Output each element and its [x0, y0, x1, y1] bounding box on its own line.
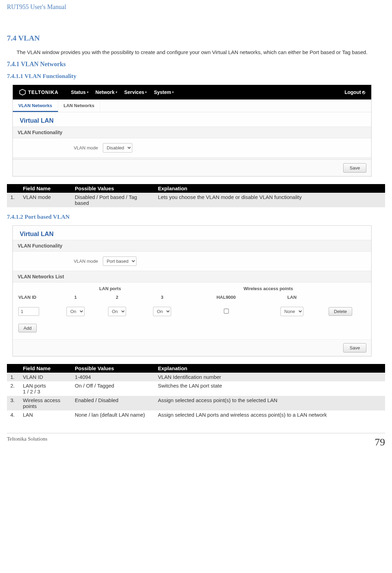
page-footer: Teltonika Solutions 79: [7, 433, 385, 448]
add-row: Add: [17, 320, 367, 339]
select-vlan-mode[interactable]: Port based: [103, 257, 136, 266]
cell-port-1: On: [60, 307, 91, 316]
menu-system-label: System: [154, 89, 171, 95]
heading-7-4: 7.4 VLAN: [7, 34, 385, 43]
col-lan: LAN: [271, 295, 313, 300]
chevron-down-icon: ▾: [87, 90, 89, 94]
cell-port-3: On: [143, 307, 181, 316]
button-row: Save: [13, 159, 371, 176]
section-vlan-networks-list: VLAN Networks List: [13, 271, 371, 283]
cell-n: 3.: [7, 396, 19, 410]
screenshot-vlan-functionality: TELTONIKA Status▾ Network▾ Services▾ Sys…: [12, 85, 372, 176]
select-port-1[interactable]: On: [66, 307, 84, 316]
cell-n: 4.: [7, 410, 19, 419]
vlan-row: On On On None Delete: [17, 303, 367, 320]
button-row: Save: [13, 339, 371, 356]
cell-exp: Assign selected access point(s) to the s…: [154, 396, 385, 410]
blank: [18, 286, 50, 291]
menu-services-label: Services: [124, 89, 144, 95]
hdr-wireless-access-points: Wireless access points: [171, 286, 366, 291]
th-explanation: Explanation: [154, 364, 385, 373]
hdr-lan-ports: LAN ports: [60, 286, 160, 291]
col-port-2: 2: [101, 295, 133, 300]
cell-field: VLAN ID: [19, 373, 71, 381]
panel-title: Virtual LAN: [13, 112, 371, 127]
th-idx: [7, 184, 19, 193]
cell-vals: 1-4094: [71, 373, 154, 381]
cell-vlan-id: [18, 307, 50, 316]
menu-system[interactable]: System▾: [152, 89, 176, 95]
top-nav-bar: TELTONIKA Status▾ Network▾ Services▾ Sys…: [13, 85, 371, 99]
th-idx: [7, 364, 19, 373]
delete-button[interactable]: Delete: [329, 307, 352, 316]
field-table-2: Field Name Possible Values Explanation 1…: [7, 364, 385, 419]
menu-network[interactable]: Network▾: [93, 89, 119, 95]
table-row: 3. Wireless access points Enabled / Disa…: [7, 396, 385, 410]
sub-tabs: VLAN Networks LAN Networks: [13, 99, 371, 112]
form-row-vlan-mode: VLAN mode Disabled: [13, 138, 371, 157]
heading-7-4-1-2: 7.4.1.2 Port based VLAN: [7, 214, 385, 220]
select-vlan-mode[interactable]: Disabled: [103, 143, 132, 153]
heading-7-4-1-1: 7.4.1.1 VLAN Functionality: [7, 73, 385, 80]
save-button[interactable]: Save: [343, 343, 367, 353]
cell-field: VLAN mode: [19, 193, 71, 207]
group-header-row: LAN ports Wireless access points: [17, 283, 367, 291]
table-row: 1. VLAN mode Disabled / Port based / Tag…: [7, 193, 385, 207]
cell-delete: Delete: [323, 307, 358, 316]
field-table-1: Field Name Possible Values Explanation 1…: [7, 184, 385, 207]
screenshot-port-based-vlan: Virtual LAN VLAN Functionality VLAN mode…: [12, 225, 372, 356]
select-lan[interactable]: None: [280, 307, 303, 316]
cell-field: Wireless access points: [19, 396, 71, 410]
column-header-row: VLAN ID 1 2 3 HAL9000 LAN: [17, 291, 367, 303]
page-number: 79: [375, 436, 385, 448]
cell-vals: None / lan (default LAN name): [71, 410, 154, 419]
cell-n: 1.: [7, 193, 19, 207]
section-vlan-functionality: VLAN Functionality: [13, 127, 371, 138]
tab-vlan-networks[interactable]: VLAN Networks: [13, 99, 58, 112]
menu-services[interactable]: Services▾: [122, 89, 149, 95]
cell-vals: On / Off / Tagged: [71, 381, 154, 396]
logout-link[interactable]: Logout ⎋: [345, 89, 365, 95]
th-explanation: Explanation: [154, 184, 385, 193]
th-possible-values: Possible Values: [71, 184, 154, 193]
table-row: 2. LAN ports 1 / 2 / 3 On / Off / Tagged…: [7, 381, 385, 396]
brand-hex-icon: [19, 89, 26, 96]
cell-lan: None: [271, 307, 313, 316]
brand-logo: TELTONIKA: [19, 89, 59, 96]
cell-field: LAN ports 1 / 2 / 3: [19, 381, 71, 396]
chevron-down-icon: ▾: [172, 90, 174, 94]
table-row: 1. VLAN ID 1-4094 VLAN Identification nu…: [7, 373, 385, 381]
cell-field: LAN: [19, 410, 71, 419]
svg-marker-0: [20, 89, 26, 95]
cell-port-2: On: [101, 307, 133, 316]
label-vlan-mode: VLAN mode: [13, 145, 103, 150]
section-vlan-functionality: VLAN Functionality: [13, 240, 371, 252]
footer-company: Teltonika Solutions: [7, 436, 47, 448]
menu-status[interactable]: Status▾: [69, 89, 91, 95]
logout-icon: ⎋: [362, 89, 365, 95]
col-port-1: 1: [60, 295, 91, 300]
add-button[interactable]: Add: [18, 324, 37, 332]
input-vlan-id[interactable]: [18, 307, 39, 316]
col-port-3: 3: [143, 295, 181, 300]
menu-network-label: Network: [96, 89, 115, 95]
intro-paragraph: The VLAN window provides you with the po…: [7, 49, 385, 56]
tab-lan-networks[interactable]: LAN Networks: [58, 99, 100, 112]
col-vlan-id: VLAN ID: [18, 295, 50, 300]
select-port-2[interactable]: On: [108, 307, 126, 316]
brand-text: TELTONIKA: [28, 89, 59, 95]
cell-n: 2.: [7, 381, 19, 396]
cell-exp: Assign selected LAN ports and wireless a…: [154, 410, 385, 419]
cell-exp: Switches the LAN port state: [154, 381, 385, 396]
form-row-vlan-mode: VLAN mode Port based: [13, 252, 371, 271]
select-port-3[interactable]: On: [153, 307, 171, 316]
cell-vals: Enabled / Disabled: [71, 396, 154, 410]
save-button[interactable]: Save: [343, 163, 367, 173]
cell-wap-checkbox: [191, 309, 261, 314]
doc-header: RUT955 User's Manual: [7, 3, 385, 13]
chevron-down-icon: ▾: [145, 90, 147, 94]
col-wap: HAL9000: [191, 295, 261, 300]
th-field-name: Field Name: [19, 364, 71, 373]
th-field-name: Field Name: [19, 184, 71, 193]
checkbox-wap[interactable]: [224, 309, 229, 313]
